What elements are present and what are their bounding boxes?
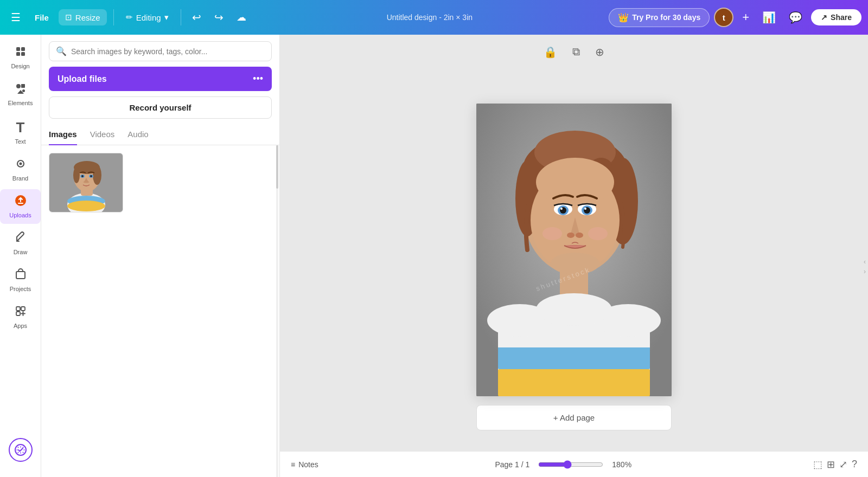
list-item[interactable] bbox=[49, 153, 123, 212]
comments-button[interactable]: 💬 bbox=[784, 9, 807, 26]
nav-divider-1 bbox=[113, 9, 114, 25]
redo-button[interactable]: ↪ bbox=[210, 8, 228, 27]
bottom-bar: ≡ Notes Page 1 / 1 180% ⬚ ⊞ ⤢ ? bbox=[280, 451, 868, 477]
grid-view-button[interactable]: ⊞ bbox=[827, 459, 835, 470]
try-pro-label: Try Pro for 30 days bbox=[632, 13, 700, 22]
magic-button[interactable] bbox=[9, 438, 33, 462]
sidebar-design-label: Design bbox=[11, 63, 29, 69]
sidebar-apps-label: Apps bbox=[14, 323, 27, 329]
thumbnail-grid bbox=[49, 153, 272, 212]
svg-point-47 bbox=[536, 158, 614, 207]
svg-point-49 bbox=[588, 227, 608, 240]
svg-point-58 bbox=[567, 233, 575, 238]
nav-divider-2 bbox=[181, 9, 181, 25]
sidebar-item-brand[interactable]: Brand bbox=[0, 152, 41, 187]
cloud-save-button[interactable]: ☁ bbox=[232, 8, 251, 27]
upload-files-button[interactable]: Upload files ••• bbox=[49, 67, 272, 91]
canvas-wrapper: shutterstock + Add page bbox=[280, 35, 868, 477]
svg-point-23 bbox=[93, 165, 101, 185]
search-box[interactable]: 🔍 bbox=[49, 41, 272, 61]
sidebar-item-design[interactable]: Design bbox=[0, 40, 41, 75]
svg-point-59 bbox=[576, 233, 583, 238]
try-pro-button[interactable]: 👑 Try Pro for 30 days bbox=[609, 8, 710, 27]
fullscreen-button[interactable]: ⤢ bbox=[839, 459, 847, 470]
panel-content bbox=[41, 145, 279, 478]
page-indicator: Page 1 / 1 bbox=[495, 460, 529, 469]
tab-videos[interactable]: Videos bbox=[90, 125, 115, 145]
record-yourself-button[interactable]: Record yourself bbox=[49, 96, 272, 119]
resize-label: Resize bbox=[75, 13, 100, 22]
help-button[interactable]: ? bbox=[852, 459, 857, 470]
analytics-button[interactable]: 📊 bbox=[758, 9, 780, 26]
avatar-letter: t bbox=[723, 13, 725, 22]
topnav-right: 👑 Try Pro for 30 days t + 📊 💬 ↗ Share bbox=[609, 8, 861, 27]
sidebar-item-draw[interactable]: Draw bbox=[0, 226, 41, 261]
pen-icon: ✏ bbox=[126, 12, 133, 22]
svg-rect-3 bbox=[21, 52, 25, 56]
svg-point-56 bbox=[560, 208, 563, 210]
svg-rect-11 bbox=[16, 272, 25, 279]
draw-icon bbox=[15, 231, 27, 247]
desktop-view-button[interactable]: ⬚ bbox=[813, 459, 822, 470]
sidebar-item-text[interactable]: T Text bbox=[0, 114, 41, 150]
sidebar-item-projects[interactable]: Projects bbox=[0, 263, 41, 298]
svg-rect-0 bbox=[16, 47, 20, 51]
svg-point-24 bbox=[73, 167, 80, 183]
search-input[interactable] bbox=[71, 47, 265, 56]
add-page-label: + Add page bbox=[553, 413, 595, 422]
undo-button[interactable]: ↩ bbox=[188, 8, 206, 27]
sidebar-item-uploads[interactable]: Uploads bbox=[0, 189, 41, 224]
sidebar-item-elements[interactable]: Elements bbox=[0, 77, 41, 112]
editing-dropdown[interactable]: ✏ Editing ▾ bbox=[120, 9, 174, 25]
brand-icon bbox=[15, 158, 27, 173]
svg-rect-12 bbox=[16, 307, 20, 311]
svg-point-57 bbox=[584, 208, 586, 210]
canvas-card[interactable]: shutterstock bbox=[476, 104, 672, 396]
svg-point-4 bbox=[16, 84, 21, 88]
zoom-slider[interactable] bbox=[538, 460, 603, 469]
canvas-tools: 🔒 ⧉ ⊕ bbox=[541, 43, 607, 61]
file-menu[interactable]: File bbox=[29, 10, 54, 25]
share-button[interactable]: ↗ Share bbox=[811, 9, 861, 25]
notes-button[interactable]: ≡ Notes bbox=[291, 460, 318, 469]
chevron-down-icon: ▾ bbox=[164, 12, 169, 22]
svg-rect-34 bbox=[498, 369, 650, 396]
icon-sidebar: Design Elements T Text bbox=[0, 35, 41, 477]
upload-files-label: Upload files bbox=[58, 74, 107, 84]
lock-tool-button[interactable]: 🔒 bbox=[541, 43, 559, 61]
uploads-panel: 🔍 Upload files ••• Record yourself Image… bbox=[41, 35, 280, 477]
svg-point-28 bbox=[90, 175, 92, 177]
svg-point-39 bbox=[536, 293, 612, 326]
sidebar-uploads-label: Uploads bbox=[9, 212, 31, 218]
thumbnail-image bbox=[49, 153, 123, 212]
elements-icon bbox=[15, 82, 27, 98]
user-avatar[interactable]: t bbox=[714, 8, 733, 27]
share-icon: ↗ bbox=[821, 13, 827, 22]
add-page-button[interactable]: + Add page bbox=[476, 405, 672, 430]
panel-search-area: 🔍 bbox=[41, 35, 279, 67]
sidebar-item-apps[interactable]: Apps bbox=[0, 300, 41, 334]
notes-label: Notes bbox=[298, 460, 318, 469]
design-icon bbox=[15, 46, 27, 61]
topnav: ☰ File ⊡ Resize ✏ Editing ▾ ↩ ↪ ☁ Untitl… bbox=[0, 0, 868, 35]
svg-rect-14 bbox=[16, 312, 20, 315]
canvas-image: shutterstock bbox=[476, 104, 672, 396]
sidebar-bottom bbox=[9, 434, 33, 473]
tab-audio[interactable]: Audio bbox=[127, 125, 148, 145]
collapse-arrow-down: › bbox=[864, 268, 866, 275]
tab-images[interactable]: Images bbox=[49, 125, 77, 145]
sidebar-brand-label: Brand bbox=[12, 175, 28, 182]
sidebar-draw-label: Draw bbox=[14, 249, 28, 255]
sidebar-elements-label: Elements bbox=[8, 100, 33, 106]
add-tool-button[interactable]: ⊕ bbox=[593, 43, 607, 61]
add-collaborator-button[interactable]: + bbox=[738, 8, 754, 27]
topnav-center: Untitled design - 2in × 3in bbox=[255, 13, 605, 22]
panel-collapse-button[interactable]: ‹ › bbox=[861, 256, 868, 278]
search-icon: 🔍 bbox=[56, 46, 67, 56]
copy-tool-button[interactable]: ⧉ bbox=[570, 43, 582, 61]
upload-more-options-icon: ••• bbox=[253, 73, 263, 85]
zoom-controls bbox=[538, 460, 603, 469]
hamburger-menu[interactable]: ☰ bbox=[7, 7, 25, 28]
resize-button[interactable]: ⊡ Resize bbox=[59, 9, 107, 25]
record-yourself-label: Record yourself bbox=[129, 103, 191, 112]
